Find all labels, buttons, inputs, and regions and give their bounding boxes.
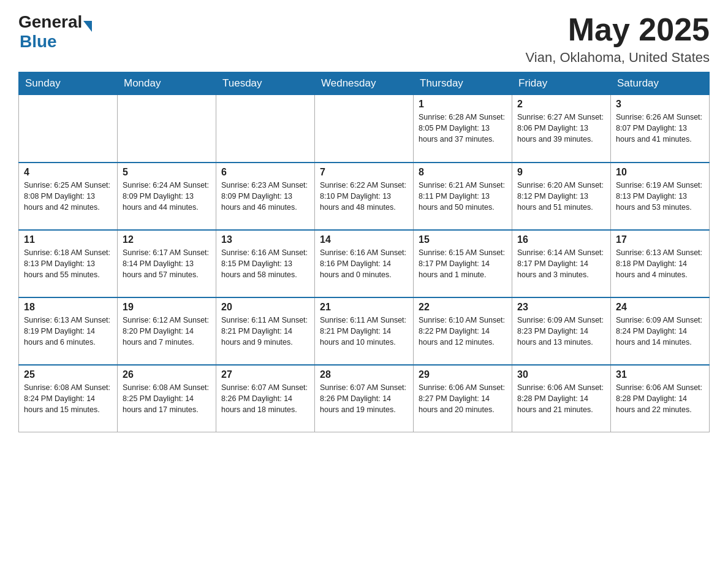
- calendar-cell: 22Sunrise: 6:10 AM Sunset: 8:22 PM Dayli…: [414, 297, 512, 365]
- day-number: 14: [320, 234, 408, 245]
- day-info: Sunrise: 6:17 AM Sunset: 8:14 PM Dayligh…: [123, 247, 211, 280]
- calendar-cell: 17Sunrise: 6:13 AM Sunset: 8:18 PM Dayli…: [611, 230, 710, 297]
- calendar-cell: 11Sunrise: 6:18 AM Sunset: 8:13 PM Dayli…: [19, 230, 118, 297]
- calendar-cell: 16Sunrise: 6:14 AM Sunset: 8:17 PM Dayli…: [512, 230, 611, 297]
- day-info: Sunrise: 6:08 AM Sunset: 8:25 PM Dayligh…: [123, 382, 211, 415]
- calendar-cell: 6Sunrise: 6:23 AM Sunset: 8:09 PM Daylig…: [216, 163, 315, 230]
- day-info: Sunrise: 6:07 AM Sunset: 8:26 PM Dayligh…: [221, 382, 309, 415]
- weekday-header-tuesday: Tuesday: [216, 72, 315, 95]
- day-info: Sunrise: 6:23 AM Sunset: 8:09 PM Dayligh…: [221, 180, 309, 213]
- calendar-cell: 24Sunrise: 6:09 AM Sunset: 8:24 PM Dayli…: [611, 297, 710, 365]
- day-info: Sunrise: 6:28 AM Sunset: 8:05 PM Dayligh…: [419, 112, 507, 145]
- calendar-cell: 29Sunrise: 6:06 AM Sunset: 8:27 PM Dayli…: [414, 365, 512, 432]
- day-info: Sunrise: 6:16 AM Sunset: 8:16 PM Dayligh…: [320, 247, 408, 280]
- day-number: 8: [419, 167, 507, 178]
- day-info: Sunrise: 6:18 AM Sunset: 8:13 PM Dayligh…: [24, 247, 112, 280]
- calendar-week-row: 18Sunrise: 6:13 AM Sunset: 8:19 PM Dayli…: [19, 297, 710, 365]
- logo-general-text: General: [18, 12, 82, 32]
- day-number: 7: [320, 167, 408, 178]
- calendar-cell: [19, 95, 118, 163]
- day-info: Sunrise: 6:15 AM Sunset: 8:17 PM Dayligh…: [419, 247, 507, 280]
- calendar-cell: 3Sunrise: 6:26 AM Sunset: 8:07 PM Daylig…: [611, 95, 710, 163]
- logo-arrow-icon: [83, 21, 92, 32]
- day-info: Sunrise: 6:08 AM Sunset: 8:24 PM Dayligh…: [24, 382, 112, 415]
- location-title: Vian, Oklahoma, United States: [526, 50, 710, 66]
- day-info: Sunrise: 6:11 AM Sunset: 8:21 PM Dayligh…: [320, 315, 408, 348]
- day-number: 30: [517, 369, 605, 380]
- day-number: 29: [419, 369, 507, 380]
- day-info: Sunrise: 6:09 AM Sunset: 8:23 PM Dayligh…: [517, 315, 605, 348]
- day-info: Sunrise: 6:22 AM Sunset: 8:10 PM Dayligh…: [320, 180, 408, 213]
- day-number: 19: [123, 302, 211, 313]
- calendar-cell: 26Sunrise: 6:08 AM Sunset: 8:25 PM Dayli…: [118, 365, 216, 432]
- calendar-cell: [216, 95, 315, 163]
- day-info: Sunrise: 6:09 AM Sunset: 8:24 PM Dayligh…: [616, 315, 704, 348]
- calendar-cell: 25Sunrise: 6:08 AM Sunset: 8:24 PM Dayli…: [19, 365, 118, 432]
- day-info: Sunrise: 6:11 AM Sunset: 8:21 PM Dayligh…: [221, 315, 309, 348]
- day-number: 13: [221, 234, 309, 245]
- calendar-cell: 31Sunrise: 6:06 AM Sunset: 8:28 PM Dayli…: [611, 365, 710, 432]
- day-number: 11: [24, 234, 112, 245]
- day-number: 12: [123, 234, 211, 245]
- day-number: 24: [616, 302, 704, 313]
- weekday-header-wednesday: Wednesday: [315, 72, 414, 95]
- day-info: Sunrise: 6:21 AM Sunset: 8:11 PM Dayligh…: [419, 180, 507, 213]
- calendar-cell: 20Sunrise: 6:11 AM Sunset: 8:21 PM Dayli…: [216, 297, 315, 365]
- calendar-cell: 19Sunrise: 6:12 AM Sunset: 8:20 PM Dayli…: [118, 297, 216, 365]
- day-info: Sunrise: 6:19 AM Sunset: 8:13 PM Dayligh…: [616, 180, 704, 213]
- day-number: 18: [24, 302, 112, 313]
- calendar-cell: 10Sunrise: 6:19 AM Sunset: 8:13 PM Dayli…: [611, 163, 710, 230]
- day-number: 17: [616, 234, 704, 245]
- day-number: 27: [221, 369, 309, 380]
- calendar-cell: [118, 95, 216, 163]
- title-section: May 2025 Vian, Oklahoma, United States: [526, 12, 710, 66]
- day-info: Sunrise: 6:20 AM Sunset: 8:12 PM Dayligh…: [517, 180, 605, 213]
- calendar-week-row: 25Sunrise: 6:08 AM Sunset: 8:24 PM Dayli…: [19, 365, 710, 432]
- weekday-header-thursday: Thursday: [414, 72, 512, 95]
- day-number: 20: [221, 302, 309, 313]
- day-info: Sunrise: 6:27 AM Sunset: 8:06 PM Dayligh…: [517, 112, 605, 145]
- day-number: 16: [517, 234, 605, 245]
- day-info: Sunrise: 6:13 AM Sunset: 8:18 PM Dayligh…: [616, 247, 704, 280]
- calendar-cell: 2Sunrise: 6:27 AM Sunset: 8:06 PM Daylig…: [512, 95, 611, 163]
- calendar-cell: 8Sunrise: 6:21 AM Sunset: 8:11 PM Daylig…: [414, 163, 512, 230]
- day-info: Sunrise: 6:06 AM Sunset: 8:28 PM Dayligh…: [616, 382, 704, 415]
- calendar-table: SundayMondayTuesdayWednesdayThursdayFrid…: [18, 72, 710, 432]
- weekday-header-saturday: Saturday: [611, 72, 710, 95]
- day-info: Sunrise: 6:26 AM Sunset: 8:07 PM Dayligh…: [616, 112, 704, 145]
- day-info: Sunrise: 6:07 AM Sunset: 8:26 PM Dayligh…: [320, 382, 408, 415]
- page-header: General Blue May 2025 Vian, Oklahoma, Un…: [18, 12, 710, 66]
- month-title: May 2025: [526, 12, 710, 47]
- calendar-cell: 14Sunrise: 6:16 AM Sunset: 8:16 PM Dayli…: [315, 230, 414, 297]
- weekday-header-row: SundayMondayTuesdayWednesdayThursdayFrid…: [19, 72, 710, 95]
- calendar-cell: 27Sunrise: 6:07 AM Sunset: 8:26 PM Dayli…: [216, 365, 315, 432]
- day-info: Sunrise: 6:13 AM Sunset: 8:19 PM Dayligh…: [24, 315, 112, 348]
- day-number: 3: [616, 99, 704, 110]
- calendar-cell: 9Sunrise: 6:20 AM Sunset: 8:12 PM Daylig…: [512, 163, 611, 230]
- calendar-cell: 13Sunrise: 6:16 AM Sunset: 8:15 PM Dayli…: [216, 230, 315, 297]
- calendar-cell: [315, 95, 414, 163]
- day-info: Sunrise: 6:24 AM Sunset: 8:09 PM Dayligh…: [123, 180, 211, 213]
- day-number: 26: [123, 369, 211, 380]
- calendar-week-row: 11Sunrise: 6:18 AM Sunset: 8:13 PM Dayli…: [19, 230, 710, 297]
- calendar-cell: 30Sunrise: 6:06 AM Sunset: 8:28 PM Dayli…: [512, 365, 611, 432]
- calendar-week-row: 4Sunrise: 6:25 AM Sunset: 8:08 PM Daylig…: [19, 163, 710, 230]
- day-number: 2: [517, 99, 605, 110]
- weekday-header-monday: Monday: [118, 72, 216, 95]
- calendar-cell: 1Sunrise: 6:28 AM Sunset: 8:05 PM Daylig…: [414, 95, 512, 163]
- day-number: 1: [419, 99, 507, 110]
- day-info: Sunrise: 6:06 AM Sunset: 8:28 PM Dayligh…: [517, 382, 605, 415]
- calendar-cell: 28Sunrise: 6:07 AM Sunset: 8:26 PM Dayli…: [315, 365, 414, 432]
- calendar-cell: 21Sunrise: 6:11 AM Sunset: 8:21 PM Dayli…: [315, 297, 414, 365]
- day-number: 21: [320, 302, 408, 313]
- day-number: 5: [123, 167, 211, 178]
- day-info: Sunrise: 6:14 AM Sunset: 8:17 PM Dayligh…: [517, 247, 605, 280]
- day-info: Sunrise: 6:25 AM Sunset: 8:08 PM Dayligh…: [24, 180, 112, 213]
- day-number: 4: [24, 167, 112, 178]
- day-info: Sunrise: 6:06 AM Sunset: 8:27 PM Dayligh…: [419, 382, 507, 415]
- calendar-cell: 18Sunrise: 6:13 AM Sunset: 8:19 PM Dayli…: [19, 297, 118, 365]
- day-number: 9: [517, 167, 605, 178]
- day-number: 25: [24, 369, 112, 380]
- day-number: 28: [320, 369, 408, 380]
- logo: General Blue: [18, 12, 92, 52]
